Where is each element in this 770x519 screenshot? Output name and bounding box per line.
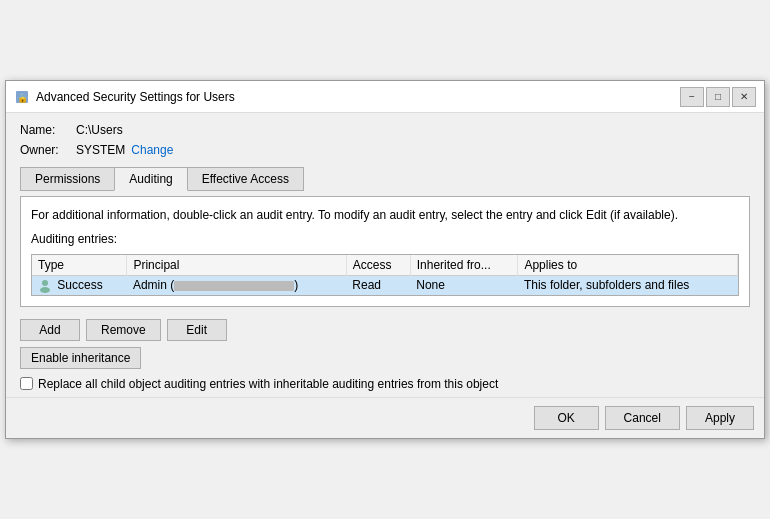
enable-inheritance-button[interactable]: Enable inheritance	[20, 347, 141, 369]
tab-bar: Permissions Auditing Effective Access	[20, 167, 750, 191]
table-header-row: Type Principal Access Inherited fro... A…	[32, 255, 738, 276]
replace-checkbox-row: Replace all child object auditing entrie…	[20, 377, 750, 391]
change-link[interactable]: Change	[131, 143, 173, 157]
replace-checkbox[interactable]	[20, 377, 33, 390]
owner-row: Owner: SYSTEM Change	[20, 143, 750, 157]
auditing-table: Type Principal Access Inherited fro... A…	[32, 255, 738, 295]
cell-type: Success	[32, 275, 127, 294]
col-applies: Applies to	[518, 255, 738, 276]
add-button[interactable]: Add	[20, 319, 80, 341]
window-title: Advanced Security Settings for Users	[36, 90, 235, 104]
owner-label: Owner:	[20, 143, 70, 157]
col-inherited: Inherited fro...	[410, 255, 518, 276]
close-button[interactable]: ✕	[732, 87, 756, 107]
col-principal: Principal	[127, 255, 346, 276]
edit-button[interactable]: Edit	[167, 319, 227, 341]
main-window: 🔒 Advanced Security Settings for Users −…	[5, 80, 765, 439]
section-label: Auditing entries:	[31, 232, 739, 246]
table-row[interactable]: Success Admin () Read None This folder, …	[32, 275, 738, 294]
content-area: Name: C:\Users Owner: SYSTEM Change Perm…	[6, 113, 764, 317]
footer: OK Cancel Apply	[6, 397, 764, 438]
svg-text:🔒: 🔒	[17, 92, 29, 104]
window-icon: 🔒	[14, 89, 30, 105]
col-type: Type	[32, 255, 127, 276]
tab-effective-access[interactable]: Effective Access	[187, 167, 304, 191]
user-icon	[38, 279, 52, 293]
name-row: Name: C:\Users	[20, 123, 750, 137]
enable-inheritance-area: Enable inheritance	[20, 347, 750, 369]
replace-checkbox-label: Replace all child object auditing entrie…	[38, 377, 498, 391]
action-area: Add Remove Edit Enable inheritance Repla…	[6, 317, 764, 397]
title-bar: 🔒 Advanced Security Settings for Users −…	[6, 81, 764, 113]
maximize-button[interactable]: □	[706, 87, 730, 107]
remove-button[interactable]: Remove	[86, 319, 161, 341]
action-buttons: Add Remove Edit	[20, 319, 750, 341]
title-bar-left: 🔒 Advanced Security Settings for Users	[14, 89, 235, 105]
cell-principal: Admin ()	[127, 275, 346, 294]
ok-button[interactable]: OK	[534, 406, 599, 430]
tab-auditing[interactable]: Auditing	[114, 167, 187, 191]
cell-applies: This folder, subfolders and files	[518, 275, 738, 294]
name-label: Name:	[20, 123, 70, 137]
tab-permissions[interactable]: Permissions	[20, 167, 115, 191]
minimize-button[interactable]: −	[680, 87, 704, 107]
owner-value: SYSTEM	[76, 143, 125, 157]
title-bar-controls: − □ ✕	[680, 87, 756, 107]
tab-content: For additional information, double-click…	[20, 196, 750, 307]
auditing-table-container: Type Principal Access Inherited fro... A…	[31, 254, 739, 296]
cancel-button[interactable]: Cancel	[605, 406, 680, 430]
svg-point-2	[42, 280, 48, 286]
cell-inherited: None	[410, 275, 518, 294]
name-value: C:\Users	[76, 123, 123, 137]
cell-access: Read	[346, 275, 410, 294]
apply-button[interactable]: Apply	[686, 406, 754, 430]
description-text: For additional information, double-click…	[31, 207, 739, 224]
svg-point-3	[40, 287, 50, 293]
redacted-principal	[174, 281, 294, 291]
col-access: Access	[346, 255, 410, 276]
